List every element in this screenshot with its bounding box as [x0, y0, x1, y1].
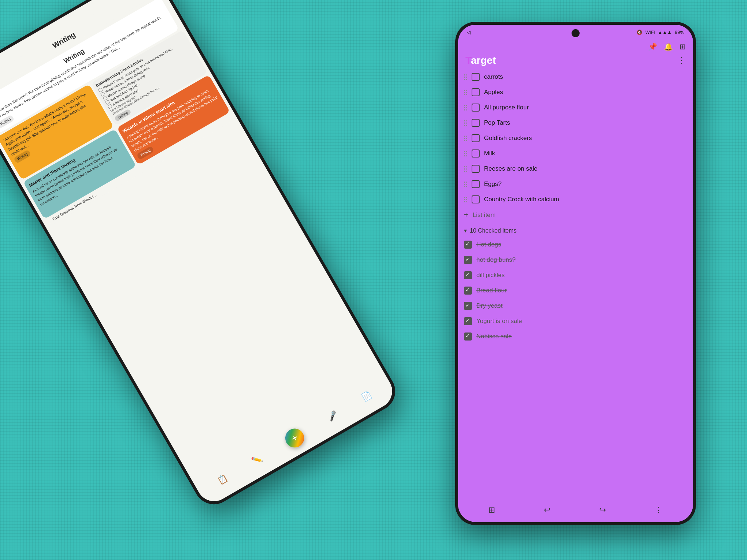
checked-list: Hot dogs hot dog buns? dill pickles Brea… — [458, 237, 693, 344]
right-status-left: ◁ — [467, 30, 471, 35]
right-status-icons: 🔇 WiFi ▲▲▲ 99% — [636, 30, 684, 35]
right-header-icons: 📌 🔔 ⊞ — [648, 42, 686, 51]
list-item-checked: hot dog buns? — [458, 252, 693, 268]
add-item-row[interactable]: + List item — [458, 207, 693, 223]
right-app-header: 📌 🔔 ⊞ — [458, 39, 693, 52]
edit-icon[interactable]: ✏️ — [250, 454, 263, 467]
checkbox-eggs[interactable] — [472, 180, 480, 188]
right-bottom-bar: ⊞ ↩ ↪ ⋮ — [458, 502, 693, 518]
overflow-icon[interactable]: ⋮ — [655, 505, 663, 515]
checkbox-poptarts[interactable] — [472, 119, 480, 127]
checkbox-country-crock[interactable] — [472, 195, 480, 203]
item-label-country-crock: Country Crock with calcium — [484, 196, 559, 203]
drag-handle[interactable] — [464, 136, 467, 141]
item-label-flour: All purpose flour — [484, 104, 529, 111]
drag-handle[interactable] — [464, 182, 467, 187]
item-label-apples: Apples — [484, 89, 503, 96]
right-camera-hole — [572, 29, 580, 37]
add-icon: + — [464, 211, 468, 219]
item-label-dryyeast: Dry yeast — [476, 302, 503, 310]
drag-handle[interactable] — [464, 105, 467, 110]
list-item-checked: Nabisco sale — [458, 329, 693, 344]
list-item: Milk — [458, 146, 693, 161]
grid-icon[interactable]: ⊞ — [680, 42, 686, 51]
fab-plus-icon: + — [289, 432, 300, 445]
checkbox-pickles[interactable] — [464, 271, 472, 279]
signal-icon: ▲▲▲ — [658, 30, 672, 35]
checkbox-hotdogbuns[interactable] — [464, 256, 472, 264]
list-item: Eggs? — [458, 176, 693, 192]
drag-handle[interactable] — [464, 74, 467, 80]
item-label-hotdogbuns: hot dog buns? — [476, 256, 516, 264]
list-item-checked: Hot dogs — [458, 237, 693, 252]
checked-count: 10 Checked items — [470, 228, 516, 234]
list-item-checked: Dry yeast — [458, 298, 693, 314]
item-label-hotdogs: Hot dogs — [476, 241, 501, 248]
item-label-pickles: dill pickles — [476, 272, 504, 279]
checkbox-yogurt[interactable] — [464, 317, 472, 325]
item-label-goldfish: Goldfish crackers — [484, 135, 532, 142]
checkbox-reeses[interactable] — [472, 165, 480, 173]
sound-icon: 🔇 — [636, 30, 642, 35]
drag-handle[interactable] — [464, 197, 467, 202]
fab-button[interactable]: + — [282, 425, 307, 451]
list-item-checked: Bread flour — [458, 283, 693, 298]
bell-icon[interactable]: 🔔 — [664, 42, 673, 51]
right-screen: ◁ 🔇 WiFi ▲▲▲ 99% 📌 🔔 ⊞ Target ⋮ — [458, 25, 693, 522]
checkbox-carrots[interactable] — [472, 73, 480, 81]
more-menu-icon[interactable]: ⋮ — [678, 56, 686, 65]
list-item: All purpose flour — [458, 100, 693, 115]
list-item-checked: dill pickles — [458, 268, 693, 283]
checkbox-breadflour[interactable] — [464, 287, 472, 295]
checkbox-hotdogs[interactable] — [464, 241, 472, 249]
item-label-breadflour: Bread flour — [476, 287, 507, 294]
checkbox-flour[interactable] — [472, 104, 480, 112]
drag-handle[interactable] — [464, 120, 467, 126]
item-label-yogurt: Yogurt is on sale — [476, 318, 522, 325]
add-list-icon[interactable]: ⊞ — [488, 505, 495, 515]
list-item: Country Crock with calcium — [458, 192, 693, 207]
left-notch-space — [51, 24, 64, 31]
checked-section-header[interactable]: ▾ 10 Checked items — [458, 223, 693, 237]
undo-icon[interactable]: ↩ — [544, 505, 550, 515]
drag-handle[interactable] — [464, 151, 467, 156]
item-label-poptarts: Pop Tarts — [484, 119, 510, 127]
item-label-milk: Milk — [484, 150, 495, 157]
list-item: Pop Tarts — [458, 115, 693, 131]
checkbox-goldfish[interactable] — [472, 134, 480, 142]
redo-icon[interactable]: ↪ — [599, 505, 606, 515]
checklist-area: carrots Apples All purpose flour Pop Tar… — [458, 68, 693, 346]
clipboard-icon[interactable]: 📋 — [216, 473, 229, 486]
drag-handle[interactable] — [464, 166, 467, 172]
list-item: Apples — [458, 85, 693, 100]
mic-icon[interactable]: 🎤 — [326, 409, 339, 423]
item-label-eggs: Eggs? — [484, 180, 502, 188]
phone-right: ◁ 🔇 WiFi ▲▲▲ 99% 📌 🔔 ⊞ Target ⋮ — [455, 22, 696, 525]
checkbox-apples[interactable] — [472, 88, 480, 96]
page-icon[interactable]: 📄 — [360, 390, 373, 403]
unchecked-list: carrots Apples All purpose flour Pop Tar… — [458, 69, 693, 207]
list-item-checked: Yogurt is on sale — [458, 314, 693, 329]
battery-right: 99% — [675, 30, 684, 35]
checkbox-milk[interactable] — [472, 149, 480, 158]
wifi-icon: WiFi — [645, 30, 655, 35]
item-label-nabisco: Nabisco sale — [476, 333, 512, 340]
pin-icon[interactable]: 📌 — [648, 42, 657, 51]
list-item: Goldfish crackers — [458, 131, 693, 146]
add-item-label: List item — [473, 211, 496, 219]
list-item: Reeses are on sale — [458, 161, 693, 176]
chevron-down-icon: ▾ — [464, 227, 467, 234]
checkbox-nabisco[interactable] — [464, 332, 472, 341]
list-item: carrots — [458, 69, 693, 85]
checkbox-dryyeast[interactable] — [464, 302, 472, 310]
list-title: Target — [465, 55, 496, 66]
drag-handle[interactable] — [464, 90, 467, 95]
item-label-carrots: carrots — [484, 73, 503, 81]
item-label-reeses: Reeses are on sale — [484, 165, 537, 172]
list-title-bar: Target ⋮ — [458, 52, 693, 68]
